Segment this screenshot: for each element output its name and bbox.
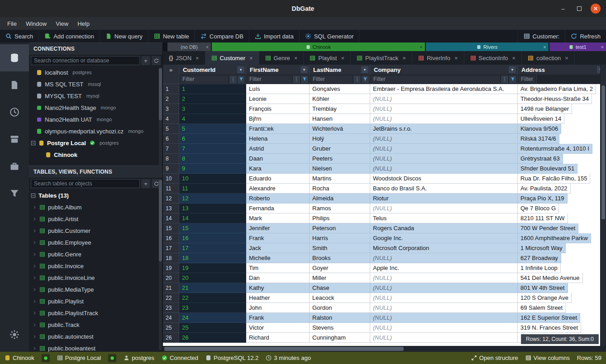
connection-chinook[interactable]: Chinook [29, 149, 162, 161]
menu-file[interactable]: File [3, 19, 21, 29]
table-public-autoinctest[interactable]: public.autoinctest [29, 331, 162, 342]
rail-archive[interactable] [0, 126, 29, 153]
grid-row[interactable]: 2323JohnGordon(NULL)69 Salem Street [163, 303, 606, 313]
cell-address[interactable]: Rilská 3174/6 [518, 134, 559, 144]
status-rows-59[interactable]: Rows: 59 [577, 355, 601, 361]
connection-olympus-medportal-vychozi-cz[interactable]: olympus-medportal.vychozi.czmongo [29, 125, 162, 137]
chevron-right-icon[interactable] [33, 252, 37, 256]
tab-riverinfo[interactable]: RiverInfo× [412, 51, 464, 65]
tab-sectioninfo[interactable]: SectionInfo× [464, 51, 522, 65]
cell-company[interactable]: Riotur [370, 194, 518, 203]
table-public-album[interactable]: public.Album [29, 201, 162, 213]
cell-customerid[interactable]: 21 [179, 283, 246, 293]
filter-menu-icon[interactable]: ⋮ [229, 76, 237, 83]
cell-customerid[interactable]: 17 [179, 243, 246, 253]
cell-company[interactable]: Apple Inc. [370, 263, 518, 273]
tables-search-input[interactable] [31, 179, 140, 188]
cell-customerid[interactable]: 6 [179, 134, 246, 144]
close-icon[interactable]: × [543, 44, 546, 50]
cell-customerid[interactable]: 24 [179, 313, 246, 323]
cell-company[interactable]: (NULL) [370, 203, 518, 213]
connection-postgre-local[interactable]: Postgre Localpostgres [29, 137, 162, 149]
connection-localhost[interactable]: localhostpostgres [29, 66, 162, 78]
column-header-address[interactable]: Address▾ [518, 65, 606, 75]
cell-lastname[interactable]: Gordon [310, 303, 370, 313]
close-icon[interactable]: × [294, 55, 298, 61]
toolbar-search[interactable]: Search [0, 30, 39, 43]
rail-files[interactable] [0, 71, 29, 99]
chevron-right-icon[interactable] [33, 346, 37, 350]
grid-row[interactable]: 33FrançoisTremblay(NULL)1498 rue Bélange… [163, 104, 606, 114]
cell-lastname[interactable]: Martins [310, 174, 370, 184]
cell-company[interactable]: Telus [370, 213, 518, 223]
close-icon[interactable]: × [341, 55, 344, 61]
cell-address[interactable]: Sřnder Boulevard 51 [518, 164, 577, 174]
cell-firstname[interactable]: Franti□ek [246, 124, 310, 134]
cell-firstname[interactable]: Luís [246, 84, 310, 94]
cell-firstname[interactable]: Daan [246, 154, 310, 164]
db-group-tab-test1[interactable]: test1× [549, 43, 606, 51]
cell-customerid[interactable]: 20 [179, 273, 246, 283]
cell-customerid[interactable]: 13 [179, 203, 246, 213]
cell-lastname[interactable]: Ralston [310, 313, 370, 323]
toolbar-new-table[interactable]: New table [148, 30, 195, 43]
cell-company[interactable]: (NULL) [370, 303, 518, 313]
tables-scrollbar[interactable] [159, 179, 162, 350]
toolbar-sql-generator[interactable]: SQL Generator [300, 30, 360, 43]
menu-help[interactable]: Help [73, 19, 94, 29]
cell-lastname[interactable]: Chase [310, 283, 370, 293]
close-icon[interactable]: × [565, 55, 568, 61]
cell-lastname[interactable]: Harris [310, 233, 370, 243]
cell-customerid[interactable]: 4 [179, 114, 246, 124]
cell-company[interactable]: (NULL) [370, 333, 518, 343]
grid-row[interactable]: 77AstridGruber(NULL)Rotenturmstraße 4, 1… [163, 144, 606, 154]
cell-firstname[interactable]: Tim [246, 263, 310, 273]
filter-menu-icon[interactable]: ⋮ [293, 76, 300, 83]
cell-firstname[interactable]: Bjřrn [246, 114, 310, 124]
chevron-right-icon[interactable] [33, 323, 37, 327]
cell-firstname[interactable]: Astrid [246, 144, 310, 154]
cell-company[interactable]: (NULL) [370, 94, 518, 104]
cell-lastname[interactable]: Tremblay [310, 104, 370, 114]
minimize-button[interactable]: – [558, 4, 568, 14]
cell-customerid[interactable]: 3 [179, 104, 246, 114]
cell-lastname[interactable]: Köhler [310, 94, 370, 104]
cell-customerid[interactable]: 12 [179, 194, 246, 203]
cell-firstname[interactable]: Leonie [246, 94, 310, 104]
connections-search-input[interactable] [31, 56, 140, 65]
rail-connections[interactable] [0, 44, 29, 71]
cell-lastname[interactable]: Leacock [310, 293, 370, 303]
cell-customerid[interactable]: 5 [179, 124, 246, 134]
chevron-right-icon[interactable] [33, 205, 37, 209]
maximize-button[interactable] [574, 4, 584, 14]
column-dropdown-icon[interactable]: ▾ [237, 66, 244, 73]
column-header-company[interactable]: Company▾ [370, 65, 518, 75]
status-connected[interactable]: Connected [162, 355, 198, 361]
cell-customerid[interactable]: 25 [179, 323, 246, 333]
cell-address[interactable]: 541 Del Medio Avenue [518, 273, 583, 283]
table-public-customer[interactable]: public.Customer [29, 225, 162, 236]
cell-address[interactable]: Qe 7 Bloco G [518, 203, 559, 213]
cell-customerid[interactable]: 23 [179, 303, 246, 313]
cell-lastname[interactable]: Brooks [310, 253, 370, 263]
grid-row[interactable]: 1010EduardoMartinsWoodstock DiscosRua Dr… [163, 174, 606, 184]
status-open-structure[interactable]: Open structure [471, 355, 518, 361]
expand-all-button[interactable]: » [163, 65, 179, 75]
cell-firstname[interactable]: Kara [246, 164, 310, 174]
rail-applications[interactable] [0, 153, 29, 180]
cell-address[interactable]: Klanova 9/506 [518, 124, 561, 134]
cell-company[interactable]: Google Inc. [370, 233, 518, 243]
tab-genre[interactable]: Genre× [259, 51, 304, 65]
cell-company[interactable]: Banco do Brasil S.A. [370, 184, 518, 194]
grid-row[interactable]: 1414MarkPhilipsTelus8210 111 ST NW [163, 213, 606, 223]
add-connection-icon[interactable]: + [141, 56, 150, 65]
table-public-playlisttrack[interactable]: public.PlaylistTrack [29, 307, 162, 319]
cell-lastname[interactable]: Holý [310, 134, 370, 144]
cell-company[interactable]: JetBrains s.r.o. [370, 124, 518, 134]
connection-mysql-test[interactable]: MYSQL TESTmysql [29, 90, 162, 102]
cell-firstname[interactable]: Frank [246, 313, 310, 323]
add-icon[interactable]: + [141, 179, 150, 188]
chevron-right-icon[interactable] [33, 335, 37, 339]
connections-scrollbar[interactable] [159, 67, 162, 165]
grid-row[interactable]: 1515JenniferPetersonRogers Canada700 W P… [163, 223, 606, 233]
